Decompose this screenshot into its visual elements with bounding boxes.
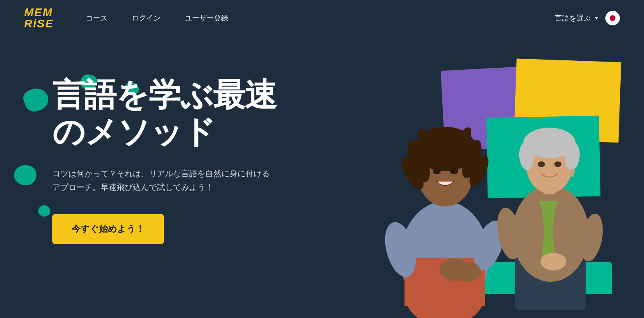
svg-point-30	[538, 161, 545, 167]
nav-courses[interactable]: コース	[86, 13, 107, 23]
navbar: MEM RiSE コース ログイン ユーザー登録 言語を選ぶ ▼	[0, 0, 644, 36]
flag-icon[interactable]	[605, 11, 620, 25]
logo[interactable]: MEM RiSE	[24, 7, 54, 29]
hero-title-line2: のメソッド	[52, 114, 215, 150]
cta-button[interactable]: 今すぐ始めよう！	[52, 214, 164, 244]
logo-text-line1: MEM	[24, 7, 54, 18]
chevron-down-icon: ▼	[594, 15, 599, 21]
svg-point-29	[571, 173, 574, 177]
hero-section: 言語を学ぶ最速 のメソッド コツは何かって？それは、リアルな言語を自然に身に付け…	[0, 36, 644, 318]
logo-text-line2: RiSE	[24, 18, 54, 29]
hero-title: 言語を学ぶ最速 のメソッド	[52, 76, 318, 151]
language-label: 言語を選ぶ	[555, 13, 591, 23]
nav-links: コース ログイン ユーザー登録	[86, 13, 555, 23]
people-illustration	[342, 56, 644, 318]
svg-point-16	[433, 168, 441, 174]
nav-right: 言語を選ぶ ▼	[555, 11, 620, 25]
hero-subtitle-line1: コツは何かって？それは、リアルな言語を自然に身に付ける	[52, 169, 270, 178]
paint-splash-1	[21, 85, 51, 114]
nav-login[interactable]: ログイン	[132, 13, 161, 23]
hero-title-line1: 言語を学ぶ最速	[52, 77, 277, 113]
hero-illustration	[338, 36, 644, 318]
paint-splash-4	[12, 163, 38, 187]
nav-register[interactable]: ユーザー登録	[185, 13, 228, 23]
svg-point-6	[453, 262, 481, 282]
paint-splash-5	[38, 205, 50, 217]
language-selector[interactable]: 言語を選ぶ ▼	[555, 13, 599, 23]
svg-point-28	[570, 169, 575, 173]
svg-point-22	[541, 253, 566, 271]
hero-subtitle-line2: アプローチ。早速飛び込んで試してみよう！	[52, 183, 213, 192]
svg-point-31	[554, 161, 561, 167]
hero-subtitle: コツは何かって？それは、リアルな言語を自然に身に付ける アプローチ。早速飛び込ん…	[52, 167, 278, 194]
japan-flag	[606, 12, 619, 25]
svg-point-17	[450, 168, 458, 174]
hero-content: 言語を学ぶ最速 のメソッド コツは何かって？それは、リアルな言語を自然に身に付け…	[52, 76, 318, 244]
